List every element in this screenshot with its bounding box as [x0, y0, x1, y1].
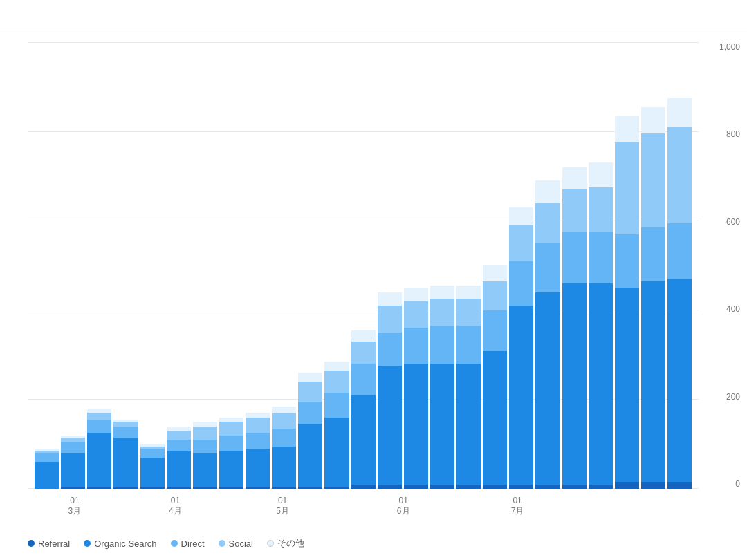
- bar-segment-social[interactable]: [589, 187, 613, 232]
- bar-segment-direct[interactable]: [246, 433, 270, 449]
- bar-segment-other[interactable]: [272, 407, 296, 413]
- bar-segment-referral[interactable]: [87, 487, 111, 489]
- bar-segment-direct[interactable]: [272, 429, 296, 447]
- bar-segment-referral[interactable]: [667, 482, 692, 489]
- bar-segment-direct[interactable]: [641, 227, 665, 281]
- bar-segment-referral[interactable]: [167, 487, 191, 489]
- bar-segment-referral[interactable]: [351, 485, 376, 489]
- bar-segment-direct[interactable]: [509, 261, 533, 306]
- bar-segment-organic[interactable]: [298, 424, 322, 486]
- bar-segment-social[interactable]: [378, 306, 402, 333]
- bar-segment-direct[interactable]: [87, 420, 111, 433]
- bar-segment-direct[interactable]: [61, 442, 85, 453]
- bar-segment-organic[interactable]: [351, 395, 376, 484]
- bar-segment-direct[interactable]: [404, 328, 428, 364]
- bar-segment-direct[interactable]: [298, 402, 322, 424]
- bar-segment-referral[interactable]: [641, 482, 665, 489]
- bar-segment-referral[interactable]: [219, 487, 243, 489]
- bar-segment-direct[interactable]: [562, 232, 587, 283]
- bar-segment-referral[interactable]: [272, 487, 296, 489]
- bar-segment-organic[interactable]: [140, 458, 165, 487]
- bar-segment-organic[interactable]: [509, 306, 533, 484]
- bar-segment-other[interactable]: [562, 167, 587, 189]
- bar-segment-organic[interactable]: [272, 447, 296, 487]
- bar-segment-organic[interactable]: [456, 364, 481, 484]
- bar-segment-direct[interactable]: [167, 440, 191, 451]
- bar-segment-other[interactable]: [456, 286, 481, 299]
- bar-segment-social[interactable]: [193, 427, 217, 440]
- bar-segment-direct[interactable]: [324, 393, 349, 418]
- bar-segment-other[interactable]: [483, 265, 507, 281]
- bar-segment-direct[interactable]: [615, 234, 639, 288]
- bar-segment-social[interactable]: [167, 431, 191, 440]
- bar-segment-referral[interactable]: [246, 487, 270, 489]
- bar-segment-social[interactable]: [272, 413, 296, 429]
- bar-segment-referral[interactable]: [61, 487, 85, 489]
- bar-segment-direct[interactable]: [667, 223, 692, 279]
- bar-segment-organic[interactable]: [61, 453, 85, 486]
- bar-segment-other[interactable]: [667, 98, 692, 127]
- bar-segment-organic[interactable]: [324, 418, 349, 487]
- bar-segment-referral[interactable]: [140, 487, 165, 489]
- bar-segment-organic[interactable]: [378, 366, 402, 484]
- bar-segment-social[interactable]: [456, 299, 481, 326]
- bar-segment-social[interactable]: [641, 133, 665, 227]
- bar-segment-direct[interactable]: [140, 449, 165, 458]
- bar-segment-other[interactable]: [589, 162, 613, 187]
- bar-segment-direct[interactable]: [219, 436, 243, 451]
- bar-segment-referral[interactable]: [193, 487, 217, 489]
- bar-segment-other[interactable]: [641, 107, 665, 134]
- bar-segment-referral[interactable]: [535, 485, 560, 489]
- bar-segment-organic[interactable]: [167, 451, 191, 487]
- bar-segment-social[interactable]: [324, 371, 349, 393]
- bar-segment-referral[interactable]: [113, 487, 138, 489]
- bar-segment-direct[interactable]: [456, 326, 481, 364]
- bar-segment-social[interactable]: [483, 281, 507, 310]
- bar-segment-social[interactable]: [404, 301, 428, 328]
- bar-segment-organic[interactable]: [87, 433, 111, 487]
- bar-segment-referral[interactable]: [615, 482, 639, 489]
- bar-segment-organic[interactable]: [193, 453, 217, 486]
- bar-segment-organic[interactable]: [589, 283, 613, 485]
- bar-segment-referral[interactable]: [589, 485, 613, 489]
- bar-segment-organic[interactable]: [404, 364, 428, 484]
- bar-segment-other[interactable]: [378, 292, 402, 306]
- bar-segment-organic[interactable]: [535, 292, 560, 485]
- bar-segment-referral[interactable]: [298, 487, 322, 489]
- bar-segment-direct[interactable]: [113, 427, 138, 438]
- bar-segment-other[interactable]: [324, 362, 349, 371]
- bar-segment-organic[interactable]: [667, 279, 692, 482]
- bar-segment-referral[interactable]: [562, 485, 587, 489]
- bar-segment-other[interactable]: [615, 116, 639, 143]
- bar-segment-organic[interactable]: [562, 283, 587, 485]
- bar-segment-direct[interactable]: [193, 440, 217, 453]
- bar-segment-direct[interactable]: [351, 364, 376, 395]
- bar-segment-other[interactable]: [404, 288, 428, 301]
- bar-segment-direct[interactable]: [430, 326, 454, 364]
- bar-segment-social[interactable]: [87, 413, 111, 420]
- bar-segment-organic[interactable]: [483, 351, 507, 485]
- bar-segment-other[interactable]: [430, 286, 454, 299]
- bar-segment-referral[interactable]: [324, 487, 349, 489]
- bar-segment-referral[interactable]: [404, 485, 428, 489]
- bar-segment-organic[interactable]: [113, 438, 138, 487]
- bar-segment-referral[interactable]: [483, 485, 507, 489]
- bar-segment-referral[interactable]: [430, 485, 454, 489]
- bar-segment-referral[interactable]: [378, 485, 402, 489]
- bar-segment-referral[interactable]: [456, 485, 481, 489]
- bar-segment-social[interactable]: [246, 418, 270, 433]
- bar-segment-direct[interactable]: [378, 333, 402, 366]
- bar-segment-organic[interactable]: [641, 281, 665, 483]
- bar-segment-direct[interactable]: [483, 310, 507, 351]
- bar-segment-direct[interactable]: [589, 232, 613, 283]
- bar-segment-social[interactable]: [667, 127, 692, 223]
- bar-segment-other[interactable]: [351, 330, 376, 342]
- bar-segment-social[interactable]: [562, 189, 587, 232]
- bar-segment-organic[interactable]: [246, 449, 270, 487]
- bar-segment-social[interactable]: [298, 382, 322, 402]
- bar-segment-organic[interactable]: [615, 288, 639, 482]
- bar-segment-organic[interactable]: [430, 364, 454, 484]
- bar-segment-social[interactable]: [430, 299, 454, 326]
- bar-segment-other[interactable]: [509, 207, 533, 225]
- bar-segment-social[interactable]: [509, 225, 533, 261]
